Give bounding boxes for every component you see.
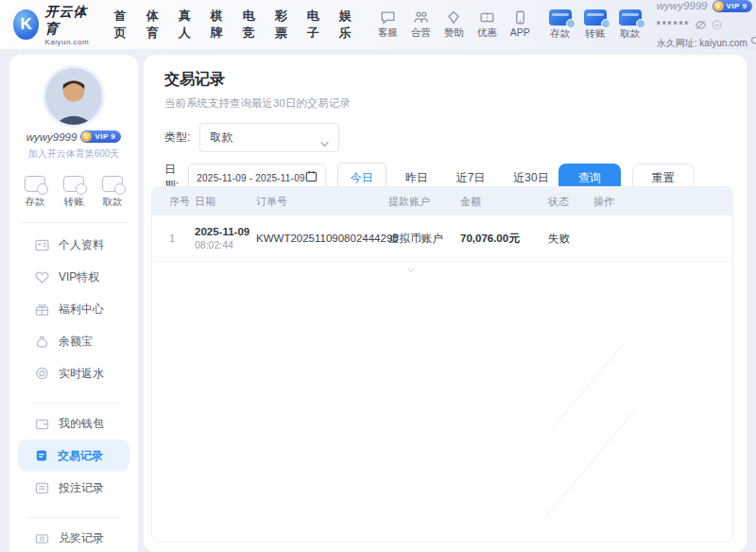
- gem-icon: [446, 10, 461, 25]
- realtime-rebate-icon: [35, 367, 49, 380]
- prize-record-icon: [35, 532, 49, 544]
- deposit-icon: [25, 176, 45, 192]
- transaction-record-icon: [35, 449, 48, 462]
- vip-gem-icon: V: [713, 1, 724, 11]
- withdraw-button[interactable]: 取款: [619, 9, 642, 41]
- row-expand-chevron-icon[interactable]: [405, 264, 417, 275]
- site-logo[interactable]: K 开云体育 Kaiyun.com: [0, 4, 94, 46]
- logo-icon: K: [13, 9, 39, 40]
- chat-icon: [380, 10, 396, 25]
- partner-icon: [413, 10, 429, 25]
- sidebar-item-transactions[interactable]: 交易记录: [18, 440, 129, 472]
- divider: [27, 403, 120, 404]
- permanent-url[interactable]: 永久网址: kaiyun.com: [657, 37, 747, 50]
- page-title: 交易记录: [164, 70, 730, 90]
- withdraw-card-icon: [619, 9, 642, 26]
- masked-balance: ******: [657, 19, 690, 32]
- type-select[interactable]: 取款: [199, 123, 339, 152]
- nav-lottery[interactable]: 彩票: [275, 8, 287, 42]
- service-support[interactable]: 客服: [378, 10, 398, 40]
- row-amount: 70,076.00元: [460, 232, 548, 246]
- vip-heart-icon: [35, 271, 49, 284]
- sidebar-quick-actions: 存款 转账 取款: [9, 176, 138, 209]
- sidebar: wywy9999 V VIP 9 加入开云体育第600天 存款 转账 取款 个人…: [9, 55, 138, 552]
- service-partner[interactable]: 合营: [411, 10, 431, 40]
- service-group: 客服 合营 赞助 优惠 APP: [378, 10, 530, 40]
- withdraw-icon: [102, 176, 123, 192]
- type-label: 类型:: [164, 129, 190, 146]
- profile-avatar[interactable]: [45, 68, 102, 125]
- profile-vip-badge: V VIP 9: [80, 130, 121, 143]
- nav-entertainment[interactable]: 娱乐: [339, 8, 352, 42]
- id-card-icon: [35, 239, 49, 251]
- nav-sports[interactable]: 体育: [146, 8, 159, 42]
- row-order-no: KWWT202511090802444298: [256, 233, 388, 244]
- nav-esports[interactable]: 电竞: [243, 8, 255, 42]
- service-sponsor[interactable]: 赞助: [444, 10, 464, 40]
- transfer-card-icon: [584, 9, 607, 26]
- wallet-icon: [35, 418, 49, 430]
- logo-subtitle: Kaiyun.com: [44, 38, 93, 46]
- table-row[interactable]: 1 2025-11-09 08:02:44 KWWT20251109080244…: [152, 216, 732, 262]
- row-account: 虚拟币账户: [388, 232, 460, 246]
- topbar: K 开云体育 Kaiyun.com 首页 体育 真人 棋牌 电竞 彩票 电子 娱…: [0, 0, 756, 49]
- username[interactable]: wywy9999: [657, 0, 708, 14]
- refresh-icon[interactable]: [712, 15, 722, 36]
- page-subtitle: 当前系统支持查询最近30日的交易记录: [164, 96, 730, 111]
- row-status: 失败: [548, 232, 593, 246]
- deposit-card-icon: [549, 9, 572, 26]
- records-table: 序号 日期 订单号 提款账户 金额 状态 操作 1 2025-11-09 08:…: [151, 186, 733, 543]
- main-nav: 首页 体育 真人 棋牌 电竞 彩票 电子 娱乐: [114, 8, 352, 42]
- sidebar-transfer[interactable]: 转账: [63, 176, 84, 209]
- calendar-icon: [305, 169, 318, 186]
- sidebar-item-rebate[interactable]: 实时返水: [18, 357, 129, 389]
- deposit-button[interactable]: 存款: [549, 9, 572, 41]
- phone-icon: [514, 10, 526, 25]
- sidebar-item-wallet[interactable]: 我的钱包: [18, 407, 129, 440]
- nav-live[interactable]: 真人: [179, 8, 191, 42]
- row-index: 1: [152, 233, 195, 244]
- logo-title: 开云体育: [44, 4, 93, 38]
- profile-name: wywy9999: [26, 131, 77, 143]
- ticket-icon: [479, 10, 495, 25]
- wallet-group: 存款 转账 取款: [549, 9, 642, 41]
- divider: [19, 222, 129, 223]
- sidebar-withdraw[interactable]: 取款: [102, 176, 123, 209]
- sidebar-item-vip[interactable]: VIP特权: [18, 261, 129, 293]
- main-panel: 交易记录 当前系统支持查询最近30日的交易记录 类型: 取款 日期: 2025-…: [144, 55, 747, 552]
- sidebar-item-profile[interactable]: 个人资料: [18, 229, 129, 261]
- sidebar-item-welfare[interactable]: 福利中心: [18, 293, 129, 325]
- nav-chess[interactable]: 棋牌: [211, 8, 223, 42]
- chevron-down-icon: [319, 134, 330, 151]
- type-filter-row: 类型: 取款: [164, 123, 730, 152]
- nav-slots[interactable]: 电子: [307, 8, 319, 42]
- sidebar-item-prizes[interactable]: 兑奖记录: [18, 522, 129, 552]
- gift-icon: [35, 303, 49, 316]
- eye-off-icon[interactable]: [695, 15, 707, 36]
- join-days-text: 加入开云体育第600天: [9, 147, 138, 161]
- row-datetime: 2025-11-09 08:02:44: [195, 226, 256, 250]
- table-header: 序号 日期 订单号 提款账户 金额 状态 操作: [152, 187, 732, 216]
- user-info: wywy9999 V VIP 9 ****** 永久网址: kaiyun.com: [657, 0, 756, 50]
- nav-home[interactable]: 首页: [114, 8, 127, 42]
- service-promo[interactable]: 优惠: [477, 10, 497, 40]
- transfer-icon: [63, 176, 84, 192]
- transfer-button[interactable]: 转账: [584, 9, 607, 41]
- service-app[interactable]: APP: [510, 10, 530, 40]
- vip-gem-icon: V: [81, 131, 92, 142]
- sidebar-item-bets[interactable]: 投注记录: [18, 472, 129, 504]
- sidebar-menu: 个人资料 VIP特权 福利中心 余额宝 实时返水 我的钱包 交易记录: [9, 227, 138, 552]
- bet-record-icon: [35, 482, 49, 494]
- sidebar-deposit[interactable]: 存款: [25, 176, 45, 209]
- divider: [27, 517, 120, 518]
- money-pouch-icon: [35, 336, 49, 348]
- sidebar-item-yuebao[interactable]: 余额宝: [18, 325, 129, 357]
- vip-badge[interactable]: V VIP 9: [713, 0, 753, 12]
- search-icon[interactable]: [750, 36, 756, 50]
